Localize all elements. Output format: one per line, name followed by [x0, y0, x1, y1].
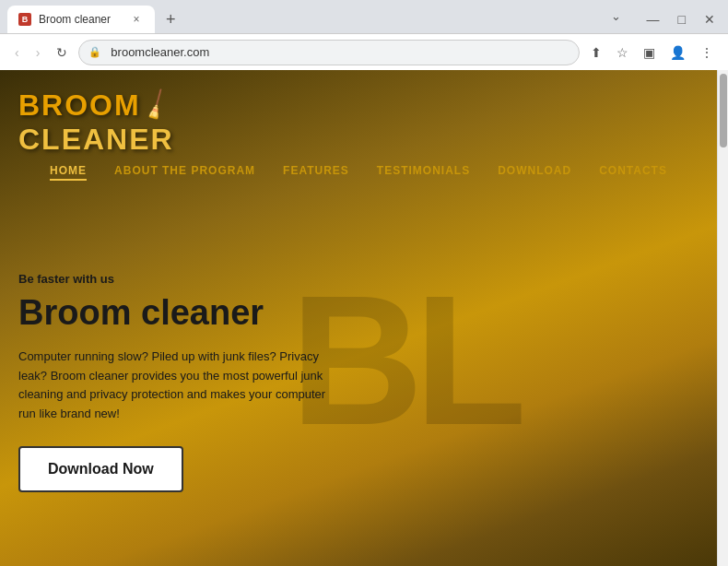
window-controls: — □ ✕	[641, 10, 721, 29]
maximize-button[interactable]: □	[673, 10, 691, 29]
website-wrapper: BL BROOM 🧹 CLEANER HOME ABOUT THE PROGRA…	[0, 70, 728, 566]
nav-contacts[interactable]: CONTACTS	[599, 164, 667, 181]
nav-features[interactable]: FEATURES	[283, 164, 349, 181]
share-button[interactable]: ⬆	[585, 41, 607, 64]
toolbar: ‹ › ↻ 🔒 broomcleaner.com ⬆ ☆ ▣ 👤 ⋮	[0, 33, 728, 70]
tab-view-button[interactable]: ▣	[638, 41, 661, 64]
logo-cleaner-text: CLEANER	[18, 123, 174, 157]
nav-home[interactable]: HOME	[50, 164, 87, 181]
download-now-button[interactable]: Download Now	[18, 446, 183, 492]
website-content: BL BROOM 🧹 CLEANER HOME ABOUT THE PROGRA…	[0, 70, 717, 566]
tab-favicon: B	[18, 13, 31, 26]
hero-title: Broom cleaner	[18, 293, 332, 333]
browser-chrome: ⌄ B Broom cleaner × + — □ ✕ ‹ › ↻ 🔒 broo…	[0, 0, 728, 70]
nav-download[interactable]: DOWNLOAD	[498, 164, 571, 181]
address-text: broomcleaner.com	[107, 45, 209, 59]
collapse-icon[interactable]: ⌄	[605, 7, 627, 25]
tab-title: Broom cleaner	[39, 13, 111, 26]
address-bar[interactable]: 🔒 broomcleaner.com	[78, 40, 580, 65]
scrollbar-thumb[interactable]	[720, 74, 727, 147]
back-button[interactable]: ‹	[9, 41, 25, 64]
tab-close-button[interactable]: ×	[129, 12, 144, 27]
scrollbar[interactable]	[717, 70, 728, 566]
hero-description: Computer running slow? Piled up with jun…	[18, 348, 332, 424]
bookmark-button[interactable]: ☆	[611, 41, 634, 64]
minimize-button[interactable]: —	[641, 10, 665, 29]
lock-icon: 🔒	[88, 46, 101, 58]
hero-content: Be faster with us Broom cleaner Computer…	[18, 272, 332, 492]
hero-tagline: Be faster with us	[18, 272, 332, 286]
toolbar-right: ⬆ ☆ ▣ 👤 ⋮	[585, 41, 719, 64]
title-bar: ⌄ B Broom cleaner × + — □ ✕	[0, 0, 728, 33]
new-tab-button[interactable]: +	[159, 6, 183, 33]
menu-button[interactable]: ⋮	[695, 41, 719, 64]
nav-about[interactable]: ABOUT THE PROGRAM	[114, 164, 255, 181]
refresh-button[interactable]: ↻	[51, 41, 73, 64]
forward-button[interactable]: ›	[30, 41, 46, 64]
logo-broom-text: BROOM	[18, 88, 141, 123]
close-button[interactable]: ✕	[699, 10, 721, 29]
tab-area: ⌄ B Broom cleaner × +	[7, 6, 641, 33]
nav-testimonials[interactable]: TESTIMONIALS	[377, 164, 470, 181]
user-button[interactable]: 👤	[664, 41, 691, 64]
logo: BROOM 🧹 CLEANER	[18, 88, 174, 157]
broom-icon: 🧹	[138, 88, 175, 124]
logo-top: BROOM 🧹	[18, 88, 174, 123]
nav-bar: HOME ABOUT THE PROGRAM FEATURES TESTIMON…	[0, 153, 717, 192]
active-tab[interactable]: B Broom cleaner ×	[7, 6, 155, 33]
logo-area: BROOM 🧹 CLEANER	[18, 88, 174, 157]
